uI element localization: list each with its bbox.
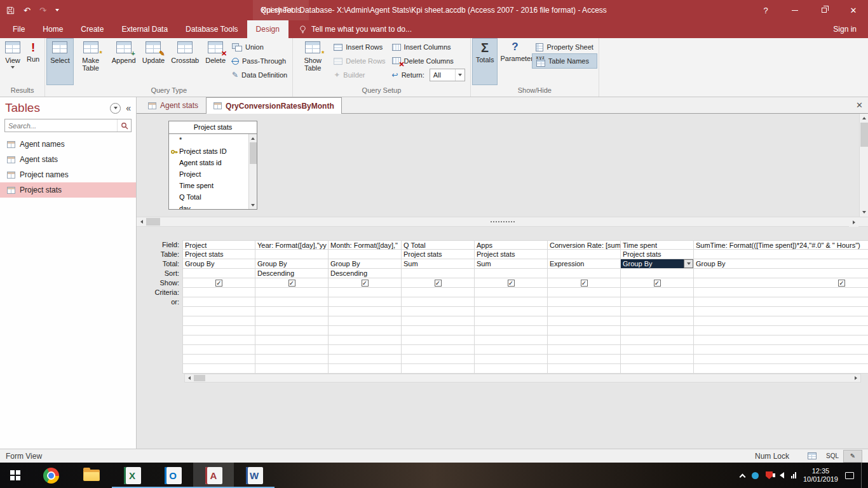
taskbar-outlook-button[interactable]: O [153,463,193,488]
grid-cell-empty-col7[interactable] [621,326,694,336]
restore-button[interactable] [810,0,839,20]
delete-query-button[interactable]: ✕ Delete [202,39,229,85]
grid-cell-table-col2[interactable] [255,250,329,259]
grid-cell-empty-col2[interactable] [255,316,329,326]
grid-cell-empty-col7[interactable] [621,345,694,355]
grid-cell-empty-col5[interactable] [475,345,548,355]
grid-cell-show-col4[interactable]: ✓ [402,278,475,288]
chevron-down-icon[interactable] [455,69,465,81]
grid-cell-total-col3[interactable]: Group By [329,259,402,269]
grid-cell-total-col4[interactable]: Sum [402,259,475,269]
taskbar-access-button[interactable]: A [193,463,234,488]
grid-cell-table-col5[interactable]: Project stats [475,250,548,259]
grid-cell-or-col6[interactable] [548,297,621,307]
total-dropdown-button[interactable] [684,259,693,268]
grid-cell-table-col3[interactable] [329,250,402,259]
grid-cell-empty-col7[interactable] [621,307,694,316]
search-icon[interactable] [117,119,131,132]
security-shield-icon[interactable] [766,471,773,479]
grid-cell-empty-col1[interactable] [182,364,255,374]
insert-rows-button[interactable]: Insert Rows [330,40,388,54]
help-button[interactable]: ? [751,0,780,20]
action-center-icon[interactable] [845,472,854,479]
append-button[interactable]: + Append [109,39,139,85]
grid-cell-empty-col6[interactable] [548,326,621,336]
nav-pane-menu-button[interactable] [110,103,121,114]
show-desktop-button[interactable] [861,463,864,488]
grid-cell-criteria-col2[interactable] [255,288,329,297]
tray-app-icon[interactable] [752,472,759,479]
return-combo[interactable]: All [430,69,465,81]
grid-cell-empty-col6[interactable] [548,364,621,374]
grid-cell-total-col8[interactable]: Group By [694,259,868,269]
grid-cell-empty-col7[interactable] [621,355,694,364]
sql-view-button[interactable]: SQL [824,451,841,462]
grid-cell-sort-col2[interactable]: Descending [255,269,329,278]
show-table-button[interactable]: * Show Table [295,39,330,85]
grid-cell-show-col5[interactable]: ✓ [475,278,548,288]
field-list-item[interactable]: day [169,203,257,210]
crosstab-button[interactable]: Crosstab [168,39,202,85]
grid-cell-or-col4[interactable] [402,297,475,307]
show-checkbox[interactable]: ✓ [215,280,222,287]
grid-cell-empty-col2[interactable] [255,307,329,316]
grid-cell-empty-col3[interactable] [329,326,402,336]
parameters-button[interactable]: ? Parameters [497,39,532,85]
grid-cell-empty-col2[interactable] [255,345,329,355]
grid-cell-criteria-col1[interactable] [182,288,255,297]
field-list-item[interactable]: Project [169,168,257,180]
grid-cell-empty-col5[interactable] [475,355,548,364]
grid-cell-criteria-col3[interactable] [329,288,402,297]
grid-cell-empty-col3[interactable] [329,307,402,316]
nav-item-project-stats[interactable]: Project stats [0,182,136,198]
redo-button[interactable]: ↷ [39,6,46,15]
grid-cell-or-col1[interactable] [182,297,255,307]
grid-cell-empty-col6[interactable] [548,307,621,316]
design-view-button[interactable]: ✎ [844,451,862,462]
grid-cell-field-col4[interactable]: Q Total [402,240,475,250]
grid-cell-table-col4[interactable]: Project stats [402,250,475,259]
grid-cell-empty-col2[interactable] [255,326,329,336]
grid-cell-field-col1[interactable]: Project [182,240,255,250]
grid-cell-empty-col7[interactable] [621,336,694,345]
grid-cell-empty-col5[interactable] [475,316,548,326]
grid-cell-table-col7[interactable]: Project stats [621,250,694,259]
grid-cell-criteria-col6[interactable] [548,288,621,297]
grid-cell-empty-col8[interactable] [694,307,868,316]
taskbar-excel-button[interactable]: X [112,463,153,488]
sign-in-button[interactable]: Sign in [833,20,868,38]
grid-cell-empty-col5[interactable] [475,336,548,345]
property-sheet-button[interactable]: Property Sheet [532,40,596,54]
grid-cell-total-col6[interactable]: Expression [548,259,621,269]
grid-cell-empty-col5[interactable] [475,364,548,374]
taskbar-chrome-button[interactable] [31,463,71,488]
grid-cell-sort-col6[interactable] [548,269,621,278]
grid-cell-sort-col3[interactable]: Descending [329,269,402,278]
union-button[interactable]: Union [229,40,290,54]
insert-columns-button[interactable]: Insert Columns [389,40,468,54]
grid-cell-criteria-col5[interactable] [475,288,548,297]
field-list-item[interactable]: Agent stats id [169,157,257,168]
grid-cell-empty-col4[interactable] [402,326,475,336]
show-checkbox[interactable]: ✓ [581,280,588,287]
grid-cell-sort-col4[interactable] [402,269,475,278]
scroll-down-icon[interactable] [860,208,868,217]
grid-cell-show-col2[interactable]: ✓ [255,278,329,288]
grid-cell-total-col7[interactable]: Group By [621,259,694,269]
scroll-left-icon[interactable] [185,374,194,382]
grid-cell-table-col1[interactable]: Project stats [182,250,255,259]
tab-design[interactable]: Design [247,20,288,38]
nav-item-agent-stats[interactable]: Agent stats [0,152,136,167]
data-definition-button[interactable]: ✎ Data Definition [229,68,290,82]
grid-cell-total-col2[interactable]: Group By [255,259,329,269]
tell-me-box[interactable]: Tell me what you want to do... [299,20,412,38]
grid-cell-empty-col3[interactable] [329,355,402,364]
show-checkbox[interactable]: ✓ [838,280,845,287]
grid-cell-field-col2[interactable]: Year: Format([day],"yy [255,240,329,250]
grid-cell-empty-col2[interactable] [255,355,329,364]
show-checkbox[interactable]: ✓ [508,280,515,287]
grid-cell-empty-col8[interactable] [694,316,868,326]
save-button[interactable] [6,6,15,15]
grid-cell-empty-col6[interactable] [548,355,621,364]
nav-item-project-names[interactable]: Project names [0,167,136,182]
